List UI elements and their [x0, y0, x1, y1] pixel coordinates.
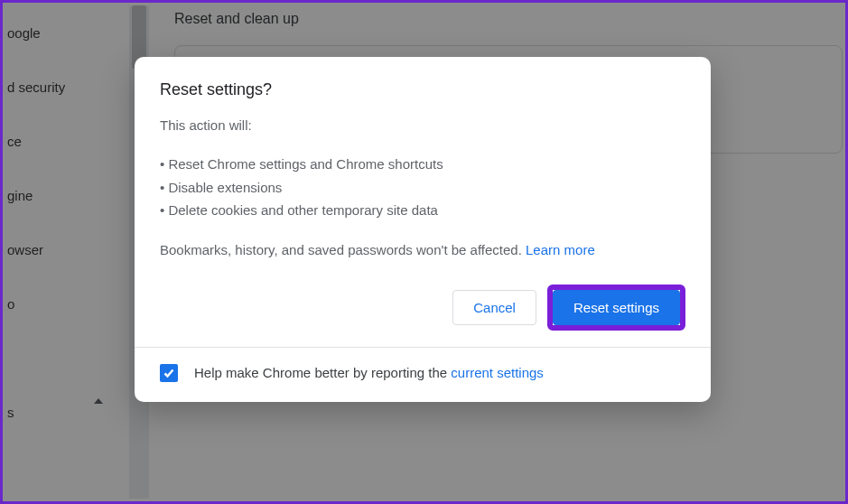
dialog-actions: Cancel Reset settings — [160, 285, 685, 331]
dialog-footer: Help make Chrome better by reporting the… — [135, 347, 711, 402]
collapse-toggle-icon[interactable] — [91, 394, 106, 408]
sidebar-item[interactable] — [5, 331, 129, 385]
learn-more-link[interactable]: Learn more — [526, 242, 595, 257]
sidebar-item[interactable]: s — [5, 385, 129, 439]
reset-settings-dialog: Reset settings? This action will: • Rese… — [135, 57, 711, 402]
reset-settings-button[interactable]: Reset settings — [553, 290, 680, 325]
dialog-note: Bookmarks, history, and saved passwords … — [160, 242, 685, 257]
sidebar-item-label: s — [7, 405, 14, 420]
sidebar-item-label: owser — [7, 242, 43, 257]
footer-text: Help make Chrome better by reporting the… — [194, 365, 544, 380]
dialog-bullet: • Disable extensions — [160, 176, 685, 200]
dialog-bullet: • Reset Chrome settings and Chrome short… — [160, 153, 685, 176]
dialog-bullet: • Delete cookies and other temporary sit… — [160, 199, 685, 222]
sidebar-item[interactable]: gine — [5, 168, 129, 222]
sidebar-item[interactable]: owser — [5, 222, 129, 276]
sidebar-item[interactable]: d security — [5, 60, 129, 114]
section-title: Reset and clean up — [174, 5, 843, 36]
dialog-lead: This action will: — [160, 117, 685, 133]
cancel-button[interactable]: Cancel — [452, 290, 536, 325]
sidebar-item[interactable]: oogle — [5, 5, 129, 60]
sidebar-item-label: ce — [7, 134, 22, 149]
check-icon — [163, 367, 175, 379]
dialog-title: Reset settings? — [160, 80, 685, 99]
sidebar-item-label: d security — [7, 79, 65, 95]
current-settings-link[interactable]: current settings — [451, 365, 544, 380]
sidebar-item[interactable]: ce — [5, 114, 129, 168]
highlight-frame: Reset settings — [547, 285, 685, 331]
sidebar-item-label: gine — [7, 188, 33, 203]
settings-sidebar: oogle d security ce gine owser o s — [5, 5, 129, 499]
sidebar-item-label: oogle — [7, 25, 41, 41]
report-checkbox[interactable] — [160, 364, 178, 382]
sidebar-item[interactable]: o — [5, 276, 129, 331]
dialog-bullets: • Reset Chrome settings and Chrome short… — [160, 153, 685, 222]
sidebar-item-label: o — [7, 296, 14, 312]
